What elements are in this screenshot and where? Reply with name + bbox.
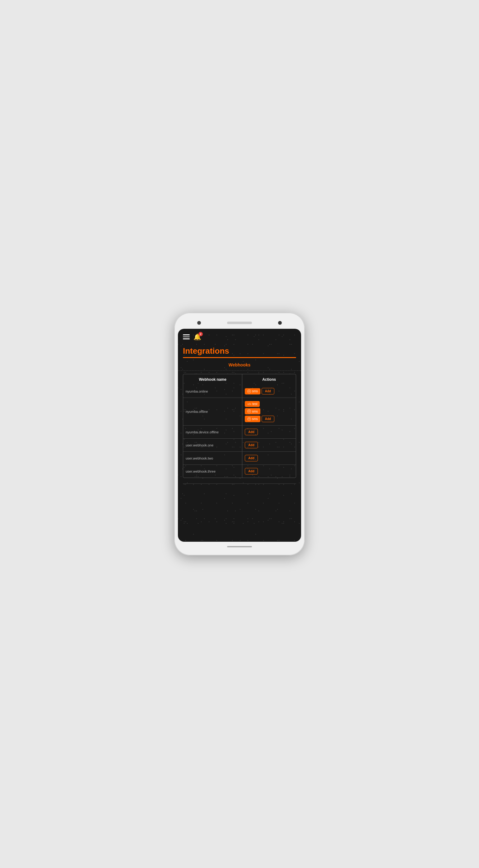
webhook-name-cell: user.webhook.two — [183, 452, 242, 465]
actions-cell: Add — [242, 465, 296, 478]
actions-cell: ✉ sms Add — [242, 385, 296, 398]
home-indicator — [227, 546, 252, 547]
table-header-row: Webhook name Actions — [183, 374, 296, 385]
notification-bell-button[interactable]: 🔔 2 — [194, 333, 201, 341]
table-row: nyumba.offline </> test — [183, 398, 296, 426]
front-camera-left — [197, 321, 201, 325]
sms-icon: ✉ — [247, 409, 251, 413]
webhook-name-cell: user.webhook.one — [183, 439, 242, 452]
phone-screen: 🔔 2 Integrations Webhooks Webhook name — [178, 329, 301, 542]
page-title-section: Integrations — [178, 344, 301, 359]
actions-cell: Add — [242, 439, 296, 452]
title-underline — [183, 357, 296, 358]
page-title: Integrations — [183, 346, 296, 356]
sms-button-row1[interactable]: ✉ sms — [245, 388, 260, 395]
table-row: nyumba.online ✉ sms Add — [183, 385, 296, 398]
sms-icon: ✉ — [247, 417, 251, 421]
add-button-row1[interactable]: Add — [262, 388, 274, 395]
actions-cell: Add — [242, 452, 296, 465]
sms-label: sms — [252, 410, 258, 413]
phone-speaker — [227, 321, 252, 324]
tab-webhooks[interactable]: Webhooks — [183, 362, 296, 369]
sms-label: sms — [252, 417, 258, 421]
hamburger-line-2 — [183, 337, 190, 338]
front-camera-right — [278, 321, 282, 325]
add-button-row2[interactable]: Add — [262, 415, 274, 422]
phone-bottom — [227, 544, 252, 550]
add-button-row4[interactable]: Add — [245, 442, 258, 448]
webhook-name-cell: nyumba.offline — [183, 398, 242, 426]
code-icon: </> — [247, 403, 251, 406]
webhook-name-label: nyumba.device.offline — [186, 430, 219, 434]
sms-button-row2b[interactable]: ✉ sms — [245, 415, 260, 422]
phone-top-bar — [178, 318, 301, 328]
test-button-row2[interactable]: </> test — [245, 401, 260, 407]
tab-section: Webhooks — [178, 359, 301, 371]
actions-cell: </> test ✉ sms — [242, 398, 296, 426]
hamburger-menu-button[interactable] — [183, 334, 190, 339]
webhook-name-label: nyumba.online — [186, 390, 208, 393]
sms-button-row2a[interactable]: ✉ sms — [245, 408, 260, 414]
webhook-name-label: user.webhook.two — [186, 457, 213, 460]
column-header-name: Webhook name — [183, 374, 242, 385]
webhook-name-label: user.webhook.one — [186, 443, 213, 447]
phone-device: 🔔 2 Integrations Webhooks Webhook name — [174, 313, 305, 555]
sms-label: sms — [252, 390, 258, 393]
table-row: nyumba.device.offline Add — [183, 426, 296, 439]
header: 🔔 2 — [178, 329, 301, 344]
table-row: user.webhook.two Add — [183, 452, 296, 465]
add-button-row3[interactable]: Add — [245, 429, 258, 435]
screen-content: 🔔 2 Integrations Webhooks Webhook name — [178, 329, 301, 542]
webhook-name-label: user.webhook.three — [186, 469, 215, 473]
webhook-name-cell: nyumba.online — [183, 385, 242, 398]
sms-icon: ✉ — [247, 390, 251, 393]
column-header-actions: Actions — [242, 374, 296, 385]
table-row: user.webhook.three Add — [183, 465, 296, 478]
test-label: test — [252, 402, 257, 406]
bottom-space — [178, 486, 301, 542]
add-button-row5[interactable]: Add — [245, 455, 258, 461]
webhook-name-cell: user.webhook.three — [183, 465, 242, 478]
actions-cell: Add — [242, 426, 296, 439]
bottom-divider — [183, 484, 296, 484]
hamburger-line-3 — [183, 338, 190, 339]
webhooks-table: Webhook name Actions nyumba.online — [183, 374, 296, 478]
hamburger-line-1 — [183, 334, 190, 335]
webhook-name-cell: nyumba.device.offline — [183, 426, 242, 439]
add-button-row6[interactable]: Add — [245, 468, 258, 474]
webhook-name-label: nyumba.offline — [186, 410, 208, 413]
table-row: user.webhook.one Add — [183, 439, 296, 452]
notification-badge: 2 — [199, 332, 203, 336]
